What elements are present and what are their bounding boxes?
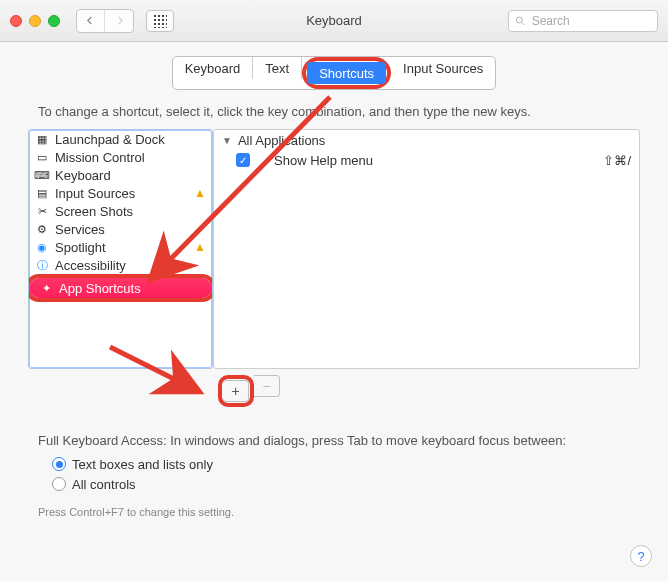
spotlight-icon: ◉ [35,240,49,254]
help-button[interactable]: ? [630,545,652,567]
full-keyboard-access-section: Full Keyboard Access: In windows and dia… [38,433,640,518]
mission-control-icon: ▭ [35,150,49,164]
titlebar: Keyboard [0,0,668,42]
accessibility-icon: ⓘ [35,258,49,272]
category-app-shortcuts[interactable]: ✦ App Shortcuts [29,278,212,298]
category-label: Accessibility [55,258,126,273]
remove-shortcut-button[interactable]: − [254,375,280,397]
grid-icon [153,14,167,28]
shortcut-accelerator[interactable]: ⇧⌘/ [603,153,631,168]
tab-input-sources[interactable]: Input Sources [391,57,495,79]
radio-button-selected[interactable] [52,457,66,471]
show-all-prefs-button[interactable] [146,10,174,32]
nav-back-forward [76,9,134,33]
shortcut-label: Show Help menu [274,153,373,168]
shortcut-list[interactable]: ▼ All Applications ✓ Show Help menu ⇧⌘/ [213,129,640,369]
preferences-pane: Keyboard Text Shortcuts Input Sources To… [0,42,668,581]
category-services[interactable]: ⚙ Services [29,220,212,238]
category-label: Screen Shots [55,204,133,219]
search-field[interactable] [508,10,658,32]
category-list[interactable]: ▦ Launchpad & Dock ▭ Mission Control ⌨ K… [28,129,213,369]
radio-label: Text boxes and lists only [72,457,213,472]
instruction-text: To change a shortcut, select it, click t… [38,104,630,119]
tab-keyboard[interactable]: Keyboard [173,57,254,79]
close-window-button[interactable] [10,15,22,27]
category-label: App Shortcuts [59,281,141,296]
minimize-window-button[interactable] [29,15,41,27]
category-label: Launchpad & Dock [55,132,165,147]
group-label: All Applications [238,133,325,148]
camera-icon: ✂ [35,204,49,218]
category-keyboard[interactable]: ⌨ Keyboard [29,166,212,184]
window-controls [10,15,60,27]
annotation-highlight-category: ✦ App Shortcuts [28,274,213,302]
category-launchpad[interactable]: ▦ Launchpad & Dock [29,130,212,148]
fka-hint: Press Control+F7 to change this setting. [38,506,640,518]
back-button[interactable] [77,10,105,32]
gear-icon: ⚙ [35,222,49,236]
search-icon [515,15,526,27]
category-input-sources[interactable]: ▤ Input Sources ▲ [29,184,212,202]
warning-icon: ▲ [194,240,206,254]
fka-heading: Full Keyboard Access: In windows and dia… [38,433,640,448]
category-mission-control[interactable]: ▭ Mission Control [29,148,212,166]
checkbox-checked[interactable]: ✓ [236,153,250,167]
search-input[interactable] [530,13,649,29]
add-shortcut-button[interactable]: + [223,380,249,402]
tab-shortcuts[interactable]: Shortcuts [307,62,386,84]
category-label: Mission Control [55,150,145,165]
category-label: Keyboard [55,168,111,183]
radio-text-boxes-only[interactable]: Text boxes and lists only [52,454,640,474]
input-sources-icon: ▤ [35,186,49,200]
shortcut-row[interactable]: ✓ Show Help menu ⇧⌘/ [214,150,639,170]
radio-all-controls[interactable]: All controls [52,474,640,494]
zoom-window-button[interactable] [48,15,60,27]
svg-line-1 [522,22,525,25]
radio-button[interactable] [52,477,66,491]
group-row[interactable]: ▼ All Applications [214,130,639,150]
warning-icon: ▲ [194,186,206,200]
disclosure-triangle-icon[interactable]: ▼ [222,135,232,146]
category-label: Services [55,222,105,237]
category-label: Input Sources [55,186,135,201]
category-label: Spotlight [55,240,106,255]
launchpad-icon: ▦ [35,132,49,146]
keyboard-icon: ⌨ [35,168,49,182]
app-shortcuts-icon: ✦ [39,281,53,295]
radio-label: All controls [72,477,136,492]
category-screen-shots[interactable]: ✂ Screen Shots [29,202,212,220]
category-accessibility[interactable]: ⓘ Accessibility [29,256,212,274]
svg-point-0 [516,17,522,23]
annotation-highlight-plus: + [218,375,254,407]
annotation-highlight-tab: Shortcuts [302,57,391,89]
tab-bar: Keyboard Text Shortcuts Input Sources [28,56,640,90]
tab-text[interactable]: Text [253,57,302,79]
forward-button[interactable] [105,10,133,32]
category-spotlight[interactable]: ◉ Spotlight ▲ [29,238,212,256]
